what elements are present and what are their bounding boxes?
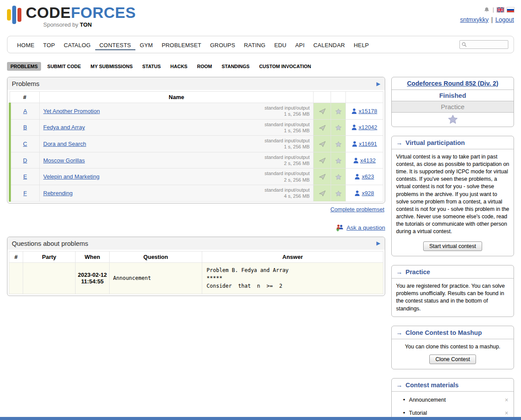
nav-item-problemset[interactable]: PROBLEMSET bbox=[157, 39, 206, 50]
nav-item-top[interactable]: TOP bbox=[39, 39, 59, 50]
submit-plane-icon[interactable] bbox=[319, 190, 326, 196]
solved-count-link[interactable]: x11691 bbox=[348, 141, 381, 147]
favorite-star-icon[interactable] bbox=[335, 174, 342, 180]
favorite-star-icon[interactable] bbox=[335, 141, 342, 147]
favorite-contest-star-icon[interactable] bbox=[448, 115, 458, 124]
solved-count-link[interactable]: x623 bbox=[348, 173, 381, 180]
submit-plane-icon[interactable] bbox=[319, 108, 326, 114]
header-right: | sntmxykky | Logout bbox=[460, 4, 514, 23]
favorite-star-icon[interactable] bbox=[335, 125, 342, 131]
person-icon bbox=[352, 108, 357, 114]
arrow-icon: → bbox=[396, 269, 403, 275]
nav-item-home[interactable]: HOME bbox=[13, 39, 39, 50]
tab-problems[interactable]: PROBLEMS bbox=[7, 62, 41, 71]
main-nav: HOME TOP CATALOG CONTESTS GYM PROBLEMSET… bbox=[7, 36, 514, 53]
nav-item-groups[interactable]: GROUPS bbox=[206, 39, 240, 50]
submit-plane-icon[interactable] bbox=[319, 158, 326, 164]
submit-plane-icon[interactable] bbox=[319, 141, 326, 147]
problems-header-row: # Name bbox=[10, 92, 383, 103]
problem-name-link[interactable]: Yet Another Promotion bbox=[43, 108, 100, 114]
person-icon bbox=[352, 124, 357, 130]
contest-materials-box: → Contest materials • Announcement × • T… bbox=[391, 378, 514, 420]
problem-name-link[interactable]: Fedya and Array bbox=[43, 124, 85, 131]
favorite-star-icon[interactable] bbox=[335, 158, 342, 164]
nav-item-calendar[interactable]: CALENDAR bbox=[309, 39, 349, 50]
nav-item-contests[interactable]: CONTESTS bbox=[95, 39, 135, 50]
materials-list: • Announcement × • Tutorial × bbox=[392, 393, 514, 420]
tab-submit-code[interactable]: SUBMIT CODE bbox=[44, 62, 84, 71]
english-language-flag-icon[interactable] bbox=[497, 7, 504, 12]
contest-title-link[interactable]: Codeforces Round 852 (Div. 2) bbox=[407, 80, 498, 87]
problem-row-c: C Dora and Search standard input/output1… bbox=[10, 136, 383, 152]
expand-arrow-icon[interactable]: ▶ bbox=[376, 240, 380, 246]
ask-question-link[interactable]: Ask a question bbox=[346, 224, 385, 231]
material-item-announcement: • Announcement × bbox=[403, 393, 508, 406]
tab-status[interactable]: STATUS bbox=[139, 62, 164, 71]
column-header-name: Name bbox=[40, 92, 314, 103]
person-icon bbox=[353, 158, 359, 163]
solved-count-link[interactable]: x928 bbox=[348, 190, 381, 196]
logo-tagline: Sponsored by TON bbox=[43, 21, 136, 28]
problem-letter-link[interactable]: C bbox=[23, 141, 27, 147]
start-virtual-contest-button[interactable]: Start virtual contest bbox=[423, 241, 482, 251]
nav-item-catalog[interactable]: CATALOG bbox=[59, 39, 95, 50]
practice-box: → Practice You are registered for practi… bbox=[391, 265, 514, 317]
nav-item-edu[interactable]: EDU bbox=[270, 39, 291, 50]
virtual-participation-text: Virtual contest is a way to take part in… bbox=[392, 149, 514, 239]
tab-my-submissions[interactable]: MY SUBMISSIONS bbox=[87, 62, 136, 71]
nav-item-gym[interactable]: GYM bbox=[135, 39, 157, 50]
arrow-icon: → bbox=[396, 139, 403, 146]
problem-name-link[interactable]: Velepin and Marketing bbox=[43, 173, 100, 180]
practice-text: You are registered for practice. You can… bbox=[392, 279, 514, 316]
submit-plane-icon[interactable] bbox=[319, 125, 326, 131]
announcement-link[interactable]: Announcement bbox=[409, 397, 446, 403]
submit-plane-icon[interactable] bbox=[319, 174, 326, 180]
username-link[interactable]: sntmxykky bbox=[460, 16, 488, 23]
close-icon[interactable]: × bbox=[505, 410, 508, 417]
tab-room[interactable]: ROOM bbox=[193, 62, 215, 71]
column-header-num: # bbox=[9, 251, 23, 262]
problem-row-e: E Velepin and Marketing standard input/o… bbox=[10, 169, 383, 185]
problem-name-link[interactable]: Rebrending bbox=[43, 190, 72, 196]
notifications-bell-icon[interactable] bbox=[484, 7, 490, 13]
solved-count-link[interactable]: x4132 bbox=[348, 157, 381, 164]
logo-text: CODEFORCES bbox=[26, 4, 136, 21]
nav-item-api[interactable]: API bbox=[291, 39, 309, 50]
search-box bbox=[459, 40, 508, 49]
codeforces-logo[interactable]: CODEFORCES Sponsored by TON bbox=[7, 4, 136, 28]
problem-row-d: D Moscow Gorillas standard input/output2… bbox=[10, 152, 383, 169]
main-column: Problems ▶ # Name A bbox=[7, 77, 385, 296]
tab-custom-invocation[interactable]: CUSTOM INVOCATION bbox=[255, 62, 314, 71]
solved-count-link[interactable]: x15178 bbox=[348, 108, 381, 114]
problem-letter-link[interactable]: D bbox=[23, 157, 27, 164]
arrow-icon: → bbox=[396, 329, 403, 336]
questions-caption: Questions about problems bbox=[12, 240, 88, 247]
nav-item-rating[interactable]: RATING bbox=[240, 39, 270, 50]
logout-link[interactable]: Logout bbox=[495, 16, 514, 23]
complete-problemset-link[interactable]: Complete problemset bbox=[330, 206, 384, 213]
favorite-star-icon[interactable] bbox=[335, 191, 342, 196]
contest-status-label: Finished bbox=[392, 90, 514, 101]
russian-language-flag-icon[interactable] bbox=[507, 7, 514, 12]
problem-letter-link[interactable]: B bbox=[23, 124, 27, 131]
expand-arrow-icon[interactable]: ▶ bbox=[376, 81, 380, 87]
nav-item-help[interactable]: HELP bbox=[349, 39, 373, 50]
problem-letter-link[interactable]: F bbox=[24, 190, 27, 196]
problem-name-link[interactable]: Moscow Gorillas bbox=[43, 157, 85, 164]
tab-hacks[interactable]: HACKS bbox=[167, 62, 191, 71]
tutorial-link[interactable]: Tutorial bbox=[409, 410, 427, 416]
favorite-star-icon[interactable] bbox=[335, 109, 342, 114]
search-icon bbox=[462, 42, 467, 47]
person-icon bbox=[355, 190, 360, 196]
column-header-answer: Answer bbox=[202, 251, 383, 262]
problem-name-link[interactable]: Dora and Search bbox=[43, 141, 86, 147]
close-icon[interactable]: × bbox=[505, 396, 508, 403]
problem-letter-link[interactable]: A bbox=[23, 108, 27, 114]
clone-contest-button[interactable]: Clone Contest bbox=[429, 355, 476, 364]
solved-count-link[interactable]: x12042 bbox=[348, 124, 381, 131]
search-input[interactable] bbox=[469, 41, 506, 48]
person-icon bbox=[355, 174, 360, 179]
problem-letter-link[interactable]: E bbox=[23, 173, 27, 180]
tab-standings[interactable]: STANDINGS bbox=[218, 62, 253, 71]
column-header-when: When bbox=[76, 251, 110, 262]
